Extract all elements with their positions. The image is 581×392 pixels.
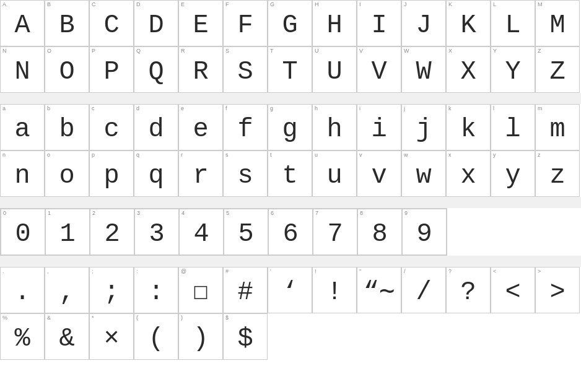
char-label: < (493, 269, 496, 274)
char-cell-k: kk (446, 104, 491, 150)
char-cell-H: HH (312, 0, 357, 46)
char-cell-Q: QQ (134, 46, 178, 93)
char-cell-6: 66 (268, 209, 313, 255)
char-label: S (225, 48, 229, 54)
uppercase-section: AABBCCDDEEFFGGHHIIJJKKLLMM NNOOPPQQRRSST… (0, 0, 581, 93)
char-cell-;: ;; (89, 267, 134, 313)
char-cell-t: tt (268, 150, 312, 197)
char-label: p (92, 152, 95, 158)
char-label: % (2, 315, 7, 321)
char-cell-C: CC (89, 0, 134, 46)
char-label: c (92, 106, 95, 111)
char-label: C (92, 2, 96, 7)
char-cell-h: hh (312, 104, 357, 150)
char-glyph: Y (505, 59, 520, 85)
char-cell-f: ff (223, 104, 268, 150)
char-cell-F: FF (223, 0, 268, 46)
char-label: M (538, 2, 543, 7)
char-label: m (538, 106, 543, 111)
char-label: y (493, 152, 496, 158)
char-label: R (181, 48, 185, 54)
char-cell-N: NN (0, 46, 45, 93)
char-cell-.: .. (0, 267, 45, 313)
font-preview: AABBCCDDEEFFGGHHIIJJKKLLMM NNOOPPQQRRSST… (0, 0, 581, 360)
char-glyph: ; (103, 279, 119, 305)
char-glyph: W (416, 59, 431, 85)
char-cell-B: BB (45, 0, 89, 46)
char-glyph: > (549, 279, 565, 305)
char-cell-n: nn (0, 150, 45, 197)
char-glyph: t (282, 163, 297, 189)
char-label: ( (136, 315, 138, 321)
char-glyph: L (505, 12, 520, 38)
char-cell-d: dd (134, 104, 178, 150)
char-cell-I: II (357, 0, 401, 46)
char-glyph: y (505, 163, 520, 189)
char-label: 8 (360, 211, 363, 216)
char-glyph: ☐ (193, 279, 208, 305)
char-glyph: N (14, 59, 30, 85)
char-label: U (315, 48, 319, 54)
char-glyph: b (59, 116, 74, 142)
char-glyph: a (14, 116, 30, 142)
char-label: x (448, 152, 452, 158)
char-label: 4 (181, 211, 185, 216)
char-cell-$: $$ (223, 313, 268, 360)
char-label: / (404, 269, 406, 274)
char-glyph: ) (193, 326, 208, 352)
char-label: j (404, 106, 405, 111)
char-cell-A: AA (0, 0, 45, 46)
char-cell-c: cc (89, 104, 134, 150)
char-label: : (136, 269, 138, 274)
char-label: Y (493, 48, 497, 54)
uppercase-row-2: NNOOPPQQRRSSTTUUVVWWXXYYZZ (0, 46, 581, 93)
char-cell-0: 00 (1, 209, 45, 255)
char-cell-P: PP (89, 46, 134, 93)
char-label: @ (181, 269, 186, 274)
char-cell-u: uu (312, 150, 357, 197)
char-label: O (47, 48, 51, 54)
char-cell->: >> (535, 267, 580, 313)
char-glyph: R (193, 59, 208, 85)
char-label: D (136, 2, 141, 7)
char-label: N (2, 48, 7, 54)
char-cell-T: TT (268, 46, 312, 93)
char-glyph: V (371, 59, 387, 85)
char-glyph: E (193, 12, 208, 38)
symbols-section: ..,,;;::@☐##'‘!!"“∼//??<<>> %%&&*×(())$$ (0, 267, 581, 360)
char-label: i (359, 106, 360, 111)
uppercase-row-1: AABBCCDDEEFFGGHHIIJJKKLLMM (0, 0, 581, 46)
char-glyph: M (549, 12, 565, 38)
char-glyph: 1 (59, 221, 75, 247)
char-glyph: “∼ (364, 279, 395, 305)
char-cell-4: 44 (179, 209, 224, 255)
char-label: r (181, 152, 183, 158)
char-glyph: 7 (327, 221, 343, 247)
char-cell-/: // (401, 267, 446, 313)
char-label: ? (448, 269, 452, 274)
char-glyph: < (505, 279, 520, 305)
char-label: 1 (48, 211, 51, 216)
char-cell-b: bb (45, 104, 89, 150)
char-label: t (270, 152, 272, 158)
char-label: l (493, 106, 494, 111)
char-label: s (225, 152, 229, 158)
char-cell-S: SS (223, 46, 268, 93)
char-glyph: A (14, 12, 30, 38)
symbols-row-2: %%&&*×(())$$ (0, 313, 581, 360)
char-label: h (315, 106, 318, 111)
char-label: o (47, 152, 50, 158)
char-label: 5 (226, 211, 229, 216)
char-cell-:: :: (134, 267, 178, 313)
char-glyph: & (59, 326, 74, 352)
char-label: H (315, 2, 319, 7)
char-label: g (270, 106, 273, 111)
char-cell-2: 22 (90, 209, 134, 255)
char-glyph: e (193, 116, 208, 142)
char-cell-l: ll (491, 104, 535, 150)
char-glyph: f (237, 116, 253, 142)
char-cell-q: qq (134, 150, 178, 197)
char-label: > (538, 269, 541, 274)
char-cell-#: ## (223, 267, 268, 313)
char-cell-@: @☐ (178, 267, 223, 313)
